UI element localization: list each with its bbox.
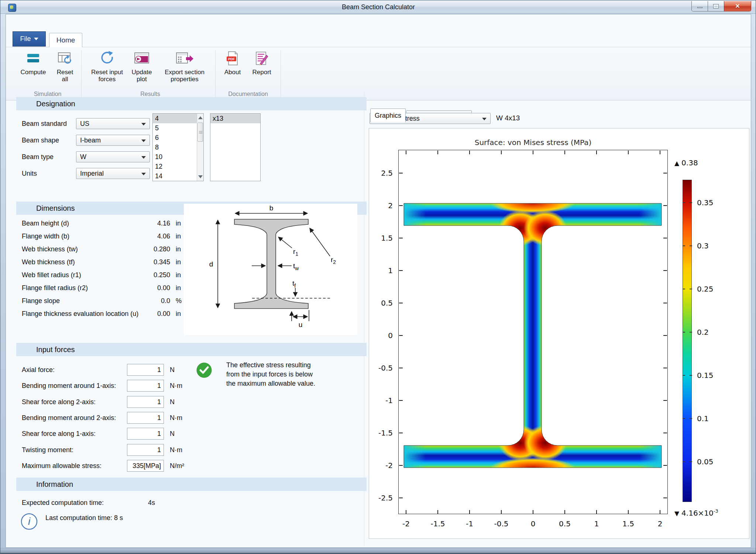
- beam-size-listbox[interactable]: 4 5 6 8 10 12 14: [152, 113, 204, 181]
- reset-all-button[interactable]: Reset all: [53, 49, 77, 83]
- colorbar-label: 0.35: [697, 198, 714, 207]
- dimension-label: Flange fillet radius (r2): [22, 284, 88, 292]
- group-label-documentation: Documentation: [219, 91, 278, 97]
- tab-graphics[interactable]: Graphics: [370, 109, 406, 122]
- axis-tick: [469, 151, 470, 154]
- axis-tick: [663, 238, 667, 238]
- maximize-button[interactable]: [708, 1, 724, 11]
- dimension-label: Flange width (b): [22, 232, 69, 240]
- file-menu-arrow-icon: [34, 38, 38, 40]
- axis-tick: [663, 173, 667, 173]
- axis-tick: [663, 498, 667, 498]
- axis-tick: [564, 151, 565, 154]
- axis-tick: [663, 400, 667, 401]
- max-allowable-stress-input[interactable]: [127, 460, 164, 472]
- axis-tick: [437, 510, 438, 514]
- axis-tick: [663, 303, 667, 303]
- axis-tick: [406, 151, 406, 154]
- report-button[interactable]: Report: [248, 49, 275, 76]
- axis-tick: [660, 510, 660, 514]
- beam-type-select[interactable]: W: [76, 151, 150, 162]
- list-item[interactable]: 5: [153, 123, 203, 133]
- dimension-label: Web thickness (tw): [22, 245, 78, 253]
- force-label: Bending moment around 1-axis:: [22, 382, 116, 390]
- minimize-icon: [697, 7, 702, 8]
- force-label: Twisting moment:: [22, 446, 73, 454]
- bending-moment-2-input[interactable]: [127, 412, 164, 424]
- axis-tick: [399, 498, 403, 498]
- about-button[interactable]: PDF About: [221, 49, 244, 76]
- colorbar-label: 0.05: [697, 457, 714, 466]
- report-label: Report: [248, 69, 275, 76]
- dimension-unit: in: [176, 271, 181, 279]
- dimension-label: Web fillet radius (r1): [22, 271, 81, 279]
- colorbar-tick: [683, 332, 685, 333]
- bending-moment-1-input[interactable]: [127, 380, 164, 392]
- beam-designation-listbox[interactable]: x13: [210, 113, 261, 181]
- list-item[interactable]: 4: [153, 114, 203, 123]
- axis-tick: [663, 465, 667, 466]
- beam-shape-value: I-beam: [80, 137, 101, 144]
- compute-button[interactable]: Compute: [14, 49, 52, 76]
- scroll-down-icon[interactable]: [198, 175, 203, 178]
- reset-input-forces-button[interactable]: Reset input forces: [88, 49, 126, 83]
- max-marker-icon: ▲: [674, 159, 679, 167]
- list-item[interactable]: 12: [153, 162, 203, 171]
- y-tick-label: -1.5: [371, 429, 393, 437]
- y-tick-label: -1: [371, 396, 393, 405]
- scroll-up-icon[interactable]: [198, 116, 203, 119]
- axis-tick: [564, 510, 565, 514]
- section-header-input-forces: Input forces: [16, 343, 367, 356]
- colorbar-min: ▼4.16×10-3: [674, 508, 718, 517]
- export-section-properties-label: Export section properties: [157, 69, 213, 83]
- dimension-unit: in: [176, 310, 181, 318]
- x-tick-label: -2: [393, 519, 419, 528]
- ribbon: Compute Reset all Reset input for: [6, 47, 751, 100]
- shear-force-1-input[interactable]: [127, 428, 164, 440]
- x-tick-label: 1.5: [615, 519, 641, 528]
- axis-tick: [628, 151, 629, 154]
- x-tick-label: 0: [520, 519, 546, 528]
- scrollbar[interactable]: [197, 114, 203, 181]
- diagram-label-b: b: [269, 204, 274, 212]
- units-select[interactable]: Imperial: [76, 168, 150, 179]
- twisting-moment-input[interactable]: [127, 444, 164, 456]
- update-plot-button[interactable]: Update plot: [128, 49, 156, 83]
- reset-all-icon: [56, 51, 73, 66]
- list-item[interactable]: x13: [210, 114, 260, 123]
- y-tick-label: 0: [371, 331, 393, 340]
- tab-home[interactable]: Home: [49, 33, 82, 47]
- expected-time-value: 4s: [148, 499, 155, 507]
- dimension-unit: %: [176, 297, 182, 305]
- axial-force-input[interactable]: [127, 364, 164, 376]
- close-button[interactable]: ✕: [724, 1, 751, 11]
- list-item[interactable]: 6: [153, 133, 203, 142]
- dimension-value: 0.280: [137, 245, 170, 253]
- export-section-properties-button[interactable]: Export section properties: [157, 49, 213, 83]
- list-item[interactable]: 10: [153, 152, 203, 162]
- minimize-button[interactable]: [691, 1, 708, 11]
- axis-tick: [501, 151, 502, 154]
- colorbar: [683, 180, 692, 502]
- file-menu-label: File: [20, 35, 31, 43]
- list-item[interactable]: 8: [153, 142, 203, 152]
- x-tick-label: -1.5: [425, 519, 451, 528]
- axis-tick: [399, 335, 403, 336]
- dimension-value: 0.00: [137, 284, 170, 292]
- beam-standard-select[interactable]: US: [76, 118, 150, 129]
- axis-tick: [533, 151, 533, 154]
- window-title: Beam Section Calculator: [0, 3, 756, 11]
- colorbar-max-value: 0.38: [681, 158, 698, 167]
- force-unit: N: [170, 398, 175, 406]
- beam-shape-select[interactable]: I-beam: [76, 135, 150, 146]
- units-value: Imperial: [80, 170, 104, 178]
- chevron-down-icon: [141, 173, 146, 175]
- list-item[interactable]: 14: [153, 171, 203, 181]
- axis-tick: [437, 151, 438, 154]
- shear-force-2-input[interactable]: [127, 396, 164, 408]
- dimension-unit: in: [176, 258, 181, 266]
- colorbar-label: 0.2: [697, 328, 709, 337]
- file-menu-button[interactable]: File: [13, 31, 46, 47]
- axis-tick: [663, 335, 667, 336]
- scrollbar-thumb[interactable]: [197, 123, 203, 142]
